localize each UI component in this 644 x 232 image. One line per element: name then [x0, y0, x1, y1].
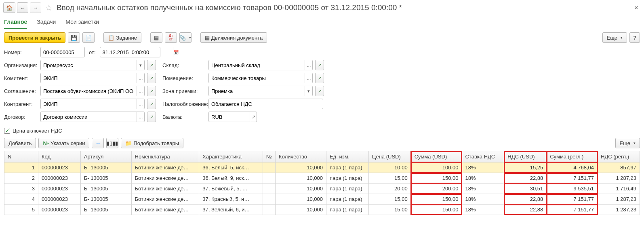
cell-nom[interactable]: Ботинки женские де… — [131, 183, 199, 194]
principal-field[interactable]: … — [40, 73, 145, 83]
counterparty-open-button[interactable]: ↗ — [147, 99, 156, 109]
zone-field[interactable]: ▾ — [208, 86, 313, 96]
grid-more-button[interactable]: Еще — [615, 138, 640, 148]
col-sum[interactable]: Сумма (USD) — [411, 151, 462, 162]
dropdown-icon[interactable]: ▾ — [137, 60, 144, 70]
col-vatr[interactable]: НДС (регл.) — [598, 151, 640, 162]
cell-qty[interactable]: 10,000 — [276, 162, 326, 173]
table-row[interactable]: 5000000023Б- 130005Ботинки женские де…37… — [4, 205, 640, 215]
room-open-button[interactable]: ↗ — [315, 73, 324, 83]
select-icon[interactable]: … — [137, 99, 144, 109]
movements-button[interactable]: ▤Движения документа — [200, 32, 267, 43]
cell-price[interactable]: 15,00 — [368, 173, 411, 183]
add-row-button[interactable]: Добавить — [4, 138, 36, 148]
tax-field[interactable] — [208, 99, 323, 109]
cell-n[interactable]: 2 — [4, 173, 38, 183]
cell-unit[interactable]: пара (1 пара) — [326, 183, 368, 194]
post-button[interactable]: 📄 — [82, 32, 95, 43]
cell-price[interactable]: 15,00 — [368, 194, 411, 205]
select-icon[interactable]: … — [137, 73, 144, 83]
select-icon[interactable]: … — [305, 73, 312, 83]
cell-nom[interactable]: Ботинки женские де… — [131, 205, 199, 215]
warehouse-open-button[interactable]: ↗ — [315, 60, 324, 70]
more-button[interactable]: Еще — [602, 32, 627, 43]
cell-nom[interactable]: Ботинки женские де… — [131, 173, 199, 183]
cell-rate[interactable]: 18% — [462, 162, 504, 173]
cell-rate[interactable]: 18% — [462, 173, 504, 183]
cell-code[interactable]: 000000023 — [38, 162, 80, 173]
select-icon[interactable]: … — [137, 112, 144, 122]
cell-vatr[interactable]: 857,97 — [598, 162, 640, 173]
cell-vat[interactable]: 30,51 — [504, 183, 547, 194]
price-includes-vat-checkbox[interactable]: ✓ — [4, 128, 10, 134]
cell-_[interactable] — [263, 173, 275, 183]
org-field[interactable]: ▾ — [40, 60, 145, 70]
cell-vatr[interactable]: 1 287,23 — [598, 173, 640, 183]
agreement-open-button[interactable]: ↗ — [147, 86, 156, 96]
tab-notes[interactable]: Мои заметки — [65, 16, 99, 29]
cell-rate[interactable]: 18% — [462, 183, 504, 194]
col-nom[interactable]: Номенклатура — [131, 151, 199, 162]
cell-code[interactable]: 000000023 — [38, 173, 80, 183]
help-button[interactable]: ? — [629, 32, 640, 43]
col-unit[interactable]: Ед. изм. — [326, 151, 368, 162]
fill-button[interactable]: ↔ — [92, 138, 104, 148]
cell-sum[interactable]: 150,00 — [411, 173, 462, 183]
dtkt-button[interactable]: ДтКт — [165, 32, 177, 43]
calendar-icon[interactable]: 📅 — [173, 47, 179, 57]
cell-unit[interactable]: пара (1 пара) — [326, 205, 368, 215]
tab-tasks[interactable]: Задачи — [37, 16, 56, 29]
cell-sumr[interactable]: 7 151,77 — [547, 173, 598, 183]
contract-open-button[interactable]: ↗ — [147, 112, 156, 122]
series-button[interactable]: №Указать серии — [38, 138, 89, 148]
principal-open-button[interactable]: ↗ — [147, 73, 156, 83]
cell-_[interactable] — [263, 162, 275, 173]
table-row[interactable]: 3000000023Б- 130005Ботинки женские де…37… — [4, 183, 640, 194]
cell-char[interactable]: 36, Белый, 9, иск… — [199, 173, 263, 183]
col-vat[interactable]: НДС (USD) — [504, 151, 547, 162]
cell-art[interactable]: Б- 130005 — [80, 194, 131, 205]
cell-unit[interactable]: пара (1 пара) — [326, 173, 368, 183]
cell-unit[interactable]: пара (1 пара) — [326, 162, 368, 173]
cell-price[interactable]: 10,00 — [368, 162, 411, 173]
items-table[interactable]: N Код Артикул Номенклатура Характеристик… — [4, 151, 640, 215]
cell-sum[interactable]: 150,00 — [411, 194, 462, 205]
cell-unit[interactable]: пара (1 пара) — [326, 194, 368, 205]
cell-n[interactable]: 1 — [4, 162, 38, 173]
cell-_[interactable] — [263, 194, 275, 205]
close-icon[interactable]: × — [631, 4, 641, 12]
select-icon[interactable]: … — [137, 86, 144, 96]
cell-char[interactable]: 37, Бежевый, 5, … — [199, 183, 263, 194]
warehouse-field[interactable]: … — [208, 60, 313, 70]
post-and-close-button[interactable]: Провести и закрыть — [4, 32, 65, 43]
cell-rate[interactable]: 18% — [462, 205, 504, 215]
task-button[interactable]: 📋Задание — [103, 32, 141, 43]
cell-price[interactable]: 15,00 — [368, 205, 411, 215]
cell-art[interactable]: Б- 130005 — [80, 162, 131, 173]
cell-vat[interactable]: 22,88 — [504, 205, 547, 215]
cell-char[interactable]: 37, Зеленый, 6, и… — [199, 205, 263, 215]
number-field[interactable] — [40, 47, 85, 57]
home-button[interactable]: 🏠 — [3, 2, 15, 13]
attach-button[interactable]: 📎 — [179, 32, 192, 43]
cell-vat[interactable]: 22,88 — [504, 173, 547, 183]
save-button[interactable]: 💾 — [68, 32, 80, 43]
cell-sumr[interactable]: 4 768,04 — [547, 162, 598, 173]
currency-field[interactable]: ↗ — [208, 112, 257, 122]
cell-n[interactable]: 3 — [4, 183, 38, 194]
favorite-star-icon[interactable]: ☆ — [45, 3, 53, 13]
cell-sumr[interactable]: 7 151,77 — [547, 205, 598, 215]
currency-open-icon[interactable]: ↗ — [250, 112, 257, 122]
cell-art[interactable]: Б- 130005 — [80, 173, 131, 183]
cell-code[interactable]: 000000023 — [38, 183, 80, 194]
report-button[interactable]: ▤ — [150, 32, 162, 43]
table-row[interactable]: 1000000023Б- 130005Ботинки женские де…36… — [4, 162, 640, 173]
cell-_[interactable] — [263, 205, 275, 215]
cell-sum[interactable]: 200,00 — [411, 183, 462, 194]
cell-qty[interactable]: 10,000 — [276, 194, 326, 205]
cell-vat[interactable]: 22,88 — [504, 194, 547, 205]
forward-button[interactable]: → — [30, 2, 41, 13]
cell-qty[interactable]: 10,000 — [276, 205, 326, 215]
select-icon[interactable]: … — [305, 60, 312, 70]
col-sumr[interactable]: Сумма (регл.) — [547, 151, 598, 162]
